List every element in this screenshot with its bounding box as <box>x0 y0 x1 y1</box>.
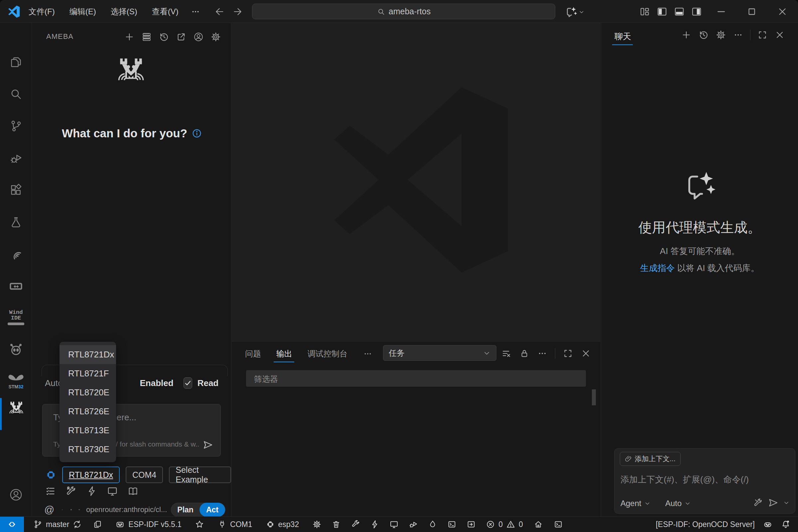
menu-view[interactable]: 查看(V) <box>145 0 186 23</box>
test-flask-icon[interactable] <box>9 215 23 229</box>
chat-send-icon[interactable] <box>768 497 778 508</box>
plan-act-toggle[interactable]: Plan Act <box>171 503 225 517</box>
command-center-search[interactable]: ameba-rtos <box>252 4 555 19</box>
port-select-button[interactable]: COM4 <box>126 467 163 483</box>
source-control-icon[interactable] <box>9 119 23 133</box>
checklist-icon[interactable] <box>45 486 56 497</box>
output-channel-select[interactable]: 任务 <box>383 345 496 361</box>
menu-file[interactable]: 文件(F) <box>21 0 62 23</box>
serial-port[interactable]: COM1 <box>230 520 252 529</box>
tab-debug-console[interactable]: 调试控制台 <box>307 348 347 359</box>
dropdown-item[interactable]: RTL8726E <box>59 402 116 421</box>
search-view-icon[interactable] <box>9 88 23 101</box>
select-example-button[interactable]: Select Example <box>169 467 231 483</box>
close-button[interactable] <box>777 6 788 17</box>
chat-tab[interactable]: 聊天 <box>614 31 631 42</box>
chat-tools-icon[interactable] <box>753 498 763 508</box>
mode-picker[interactable]: Agent <box>621 499 641 508</box>
tools-icon[interactable] <box>65 486 77 497</box>
history-icon[interactable] <box>158 31 170 42</box>
send-options-chevron-icon[interactable] <box>783 499 790 506</box>
extensions-icon[interactable] <box>9 184 23 197</box>
toggle-primary-sidebar-icon[interactable] <box>657 6 668 17</box>
lightning-icon[interactable] <box>86 486 97 497</box>
generate-instructions-link[interactable]: 生成指令 <box>640 263 674 273</box>
menu-more-icon[interactable] <box>186 0 205 23</box>
new-chat-icon[interactable] <box>681 30 691 40</box>
plan-option[interactable]: Plan <box>171 506 200 514</box>
menu-selection[interactable]: 选择(S) <box>103 0 145 23</box>
dropdown-item[interactable]: RTL8730E <box>59 440 116 459</box>
error-count[interactable]: 0 <box>498 520 503 529</box>
explorer-icon[interactable] <box>9 56 23 69</box>
remote-indicator[interactable] <box>0 517 24 532</box>
more-tabs-icon[interactable] <box>363 349 373 359</box>
windide-icon[interactable]: WindIDE <box>7 309 25 325</box>
chat-settings-icon[interactable] <box>716 30 726 40</box>
robot-head-icon[interactable] <box>8 342 23 357</box>
sync-icon[interactable] <box>73 520 82 529</box>
dropdown-item[interactable]: RTL8721Dx <box>59 345 116 364</box>
trash-icon[interactable] <box>331 520 341 529</box>
monitor-icon[interactable] <box>107 486 118 497</box>
clear-output-icon[interactable] <box>501 348 512 359</box>
toggle-panel-icon[interactable] <box>673 6 685 17</box>
chat-input-box[interactable]: 添加上下文... 添加上下文(#)、扩展(@)、命令(/) Agent Auto <box>614 448 795 514</box>
dropdown-item[interactable]: RTL8720E <box>59 383 116 402</box>
stm32-icon[interactable]: STM32 <box>7 372 25 390</box>
more-actions-icon[interactable] <box>537 348 548 359</box>
flame-icon[interactable] <box>428 520 437 529</box>
target-name[interactable]: esp32 <box>278 520 299 529</box>
board-select-button[interactable]: RTL8721Dx <box>62 467 120 483</box>
dropdown-item[interactable]: RTL8713E <box>59 421 116 440</box>
panel-scrollbar[interactable] <box>592 390 596 405</box>
terminal-icon[interactable] <box>447 520 457 529</box>
send-icon[interactable] <box>203 440 213 450</box>
chat-maximize-icon[interactable] <box>757 30 768 40</box>
branch-name[interactable]: master <box>46 520 69 529</box>
book-icon[interactable] <box>127 486 139 497</box>
wrench-icon[interactable] <box>351 520 360 529</box>
model-picker[interactable]: Auto <box>665 499 682 508</box>
open-external-icon[interactable] <box>175 31 187 42</box>
sb-lightning-icon[interactable] <box>370 520 379 529</box>
lock-icon[interactable] <box>519 348 530 359</box>
terminal2-icon[interactable] <box>554 520 563 529</box>
warning-count[interactable]: 0 <box>519 520 523 529</box>
sb-monitor-icon[interactable] <box>390 520 399 529</box>
home-icon[interactable] <box>534 520 543 529</box>
nav-forward-icon[interactable] <box>232 6 243 17</box>
nav-back-icon[interactable] <box>214 6 225 17</box>
info-icon[interactable] <box>192 128 202 138</box>
dropdown-item[interactable]: RTL8721F <box>59 364 116 383</box>
tab-problems[interactable]: 问题 <box>245 348 261 359</box>
server-rows-icon[interactable] <box>71 505 72 515</box>
serial-card-icon[interactable] <box>8 280 23 293</box>
read-checkbox[interactable] <box>184 377 192 389</box>
add-context-button[interactable]: 添加上下文... <box>620 452 681 466</box>
customize-layout-icon[interactable] <box>639 6 650 17</box>
menu-edit[interactable]: 编辑(E) <box>62 0 103 23</box>
run-debug-icon[interactable] <box>9 152 23 165</box>
maximize-panel-icon[interactable] <box>563 348 573 359</box>
copilot-status-icon[interactable] <box>763 519 773 529</box>
sb-gear-icon[interactable] <box>312 520 322 529</box>
account-icon[interactable] <box>193 31 204 42</box>
tab-output[interactable]: 输出 <box>276 348 292 359</box>
notifications-bell-icon[interactable] <box>781 519 791 529</box>
copy-files-icon[interactable] <box>93 520 102 529</box>
espressif-icon[interactable] <box>9 248 23 261</box>
act-option[interactable]: Act <box>200 503 225 517</box>
chat-more-icon[interactable] <box>733 30 743 40</box>
debug-start-icon[interactable] <box>408 520 418 529</box>
scales-icon[interactable] <box>78 505 80 515</box>
star-icon[interactable] <box>195 520 204 529</box>
ameba-crab-icon[interactable] <box>6 401 26 419</box>
mcu-list-icon[interactable] <box>141 31 152 42</box>
toggle-secondary-sidebar-icon[interactable] <box>691 6 702 17</box>
gear-icon[interactable] <box>210 31 222 42</box>
close-panel-icon[interactable] <box>581 348 591 359</box>
chat-close-icon[interactable] <box>774 30 785 40</box>
openocd-server-status[interactable]: [ESP-IDF: OpenOCD Server] <box>656 520 755 529</box>
new-task-icon[interactable] <box>124 31 135 42</box>
